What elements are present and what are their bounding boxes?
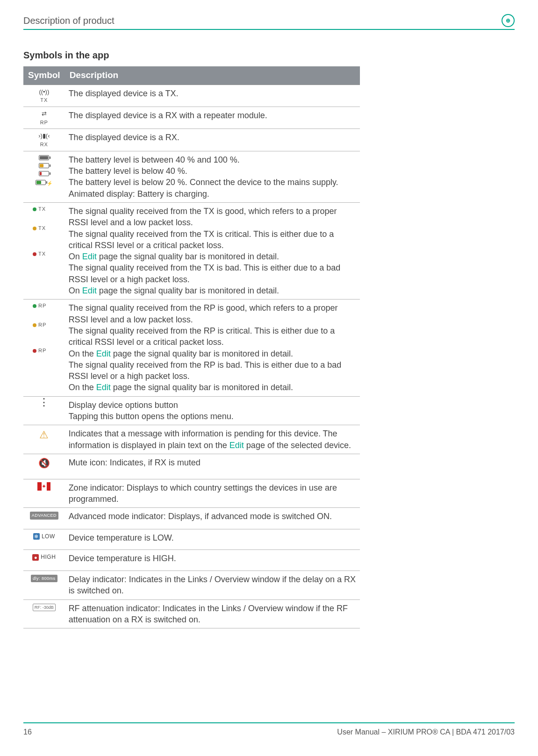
- edit-link[interactable]: Edit: [96, 383, 111, 392]
- doc-id: User Manual – XIRIUM PRO® CA | BDA 471 2…: [337, 727, 515, 737]
- page-header: Description of product ⊕: [23, 14, 515, 30]
- table-row: RF: -30dB RF attenuation indicator: Indi…: [23, 599, 360, 628]
- symbols-table: Symbol Description ((•)) TX The displaye…: [23, 66, 360, 628]
- battery-desc: The battery level is between 40 % and 10…: [65, 151, 360, 202]
- rf-badge-icon: RF: -30dB: [33, 604, 56, 611]
- fire-icon: ●: [32, 554, 39, 561]
- table-row: ⋮ Display device options button Tapping …: [23, 396, 360, 425]
- snowflake-icon: ❄: [33, 533, 40, 540]
- edit-link[interactable]: Edit: [96, 349, 111, 358]
- signal-critical-icon: TX: [28, 225, 61, 232]
- edit-link[interactable]: Edit: [82, 252, 97, 261]
- temp-low-desc: Device temperature is LOW.: [65, 529, 360, 550]
- signal-good-icon: RP: [28, 302, 61, 309]
- warning-symbol: ⚠: [23, 425, 65, 454]
- mute-symbol: 🔇: [23, 454, 65, 479]
- page-number: 16: [23, 727, 32, 737]
- battery-40-icon: [39, 163, 49, 168]
- edit-link[interactable]: Edit: [230, 441, 244, 450]
- table-row: ●HIGH Device temperature is HIGH.: [23, 550, 360, 571]
- delay-badge-icon: dly: 800ms: [31, 575, 57, 582]
- receiver-icon: ›)▮(‹: [38, 132, 50, 140]
- repeater-icon: ⇄: [42, 110, 47, 118]
- mute-desc: Mute icon: Indicates, if RX is muted: [65, 454, 360, 479]
- broadcast-icon: ((•)): [39, 88, 49, 96]
- signal-bad-icon: TX: [28, 250, 61, 257]
- brand-logo-icon: ⊕: [502, 14, 515, 27]
- table-row: dly: 800ms Delay indicator: Indicates in…: [23, 571, 360, 599]
- signal-critical-icon: RP: [28, 321, 61, 328]
- temp-high-desc: Device temperature is HIGH.: [65, 550, 360, 571]
- rx-symbol: ›)▮(‹ RX: [23, 129, 65, 151]
- edit-link[interactable]: Edit: [82, 286, 97, 295]
- page-footer: 16 User Manual – XIRIUM PRO® CA | BDA 47…: [23, 722, 515, 737]
- table-row: ⇄ RP The displayed device is a RX with a…: [23, 107, 360, 128]
- tx-symbol: ((•)) TX: [23, 85, 65, 107]
- signal-good-icon: TX: [28, 206, 61, 213]
- battery-charging-icon: ⚡: [36, 179, 52, 187]
- flag-canada-icon: ✦: [37, 482, 50, 491]
- zone-desc: Zone indicator: Displays to which countr…: [65, 479, 360, 508]
- table-row: ❄LOW Device temperature is LOW.: [23, 529, 360, 550]
- table-row: ADVANCED Advanced mode indicator: Displa…: [23, 508, 360, 529]
- rp-symbol: ⇄ RP: [23, 107, 65, 128]
- warning-desc: Indicates that a message with informatio…: [65, 425, 360, 454]
- table-row: ›)▮(‹ RX The displayed device is a RX.: [23, 129, 360, 151]
- rp-desc: The displayed device is a RX with a repe…: [65, 107, 360, 128]
- table-row: ⚠ Indicates that a message with informat…: [23, 425, 360, 454]
- table-row: RP RP RP The signal quality received fro…: [23, 300, 360, 396]
- advanced-symbol: ADVANCED: [23, 508, 65, 529]
- table-row: 🔇 Mute icon: Indicates, if RX is muted: [23, 454, 360, 479]
- temp-high-symbol: ●HIGH: [23, 550, 65, 571]
- table-row: TX TX TX The signal quality received fro…: [23, 202, 360, 299]
- advanced-desc: Advanced mode indicator: Displays, if ad…: [65, 508, 360, 529]
- signal-rp-desc: The signal quality received from the RP …: [65, 300, 360, 396]
- options-desc: Display device options button Tapping th…: [65, 396, 360, 425]
- temp-low-symbol: ❄LOW: [23, 529, 65, 550]
- rx-desc: The displayed device is a RX.: [65, 129, 360, 151]
- signal-tx-desc: The signal quality received from the TX …: [65, 202, 360, 299]
- table-row: ✦ Zone indicator: Displays to which coun…: [23, 479, 360, 508]
- col-symbol: Symbol: [23, 66, 65, 85]
- zone-symbol: ✦: [23, 479, 65, 508]
- rf-desc: RF attenuation indicator: Indicates in t…: [65, 599, 360, 628]
- signal-bad-icon: RP: [28, 347, 61, 354]
- advanced-badge-icon: ADVANCED: [30, 512, 58, 519]
- more-options-icon: ⋮: [39, 396, 49, 408]
- battery-20-icon: [39, 171, 49, 176]
- delay-symbol: dly: 800ms: [23, 571, 65, 599]
- tx-desc: The displayed device is a TX.: [65, 85, 360, 107]
- section-title: Symbols in the app: [23, 49, 515, 62]
- warning-icon: ⚠: [39, 429, 49, 441]
- col-description: Description: [65, 66, 360, 85]
- rf-symbol: RF: -30dB: [23, 599, 65, 628]
- delay-desc: Delay indicator: Indicates in the Links …: [65, 571, 360, 599]
- battery-symbols: ⚡: [23, 151, 65, 202]
- options-symbol: ⋮: [23, 396, 65, 425]
- table-row: ((•)) TX The displayed device is a TX.: [23, 85, 360, 107]
- battery-full-icon: [39, 155, 49, 160]
- mute-icon: 🔇: [38, 458, 50, 468]
- signal-rp-symbols: RP RP RP: [23, 300, 65, 396]
- header-title: Description of product: [23, 14, 115, 27]
- signal-tx-symbols: TX TX TX: [23, 202, 65, 299]
- table-row: ⚡ The battery level is between 40 % and …: [23, 151, 360, 202]
